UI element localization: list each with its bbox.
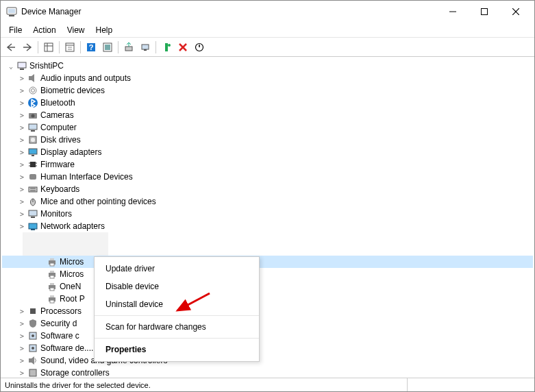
menu-file[interactable]: File	[3, 24, 27, 36]
svg-rect-59	[50, 271, 54, 273]
svg-rect-54	[31, 229, 35, 230]
expand-icon[interactable]: >	[17, 149, 27, 156]
forward-button[interactable]	[20, 40, 35, 55]
tree-item-cat-2[interactable]: >Bluetooth	[2, 97, 533, 109]
toolbar: ?	[1, 38, 534, 57]
cm-disable-device[interactable]: Disable device	[95, 278, 259, 295]
expand-icon[interactable]: >	[17, 223, 27, 230]
cm-uninstall-device[interactable]: Uninstall device	[95, 295, 259, 313]
tree-item-cat2-4[interactable]: >Sound, video and game controllers	[2, 354, 533, 367]
tree-item-label: Storage controllers	[40, 368, 110, 378]
cm-update-driver[interactable]: Update driver	[95, 260, 259, 278]
hid-icon	[27, 171, 38, 182]
expand-icon[interactable]: >	[17, 210, 27, 218]
svg-rect-46	[29, 187, 37, 192]
expand-icon[interactable]: >	[17, 161, 27, 169]
tree-item-cat-3[interactable]: >Cameras	[2, 109, 533, 121]
tree-item-printer-0[interactable]: Micros	[2, 256, 533, 268]
expand-icon[interactable]: >	[17, 198, 27, 206]
scan-hardware-button[interactable]	[138, 40, 153, 55]
svg-rect-38	[29, 149, 37, 154]
disable-device-button[interactable]	[192, 40, 207, 55]
minimize-button[interactable]	[437, 1, 469, 22]
expand-icon[interactable]: >	[17, 308, 27, 315]
svg-point-30	[32, 89, 35, 93]
tree-item-label: Cameras	[40, 110, 74, 120]
svg-rect-56	[50, 258, 54, 260]
enable-device-button[interactable]	[159, 40, 174, 55]
printer-icon	[47, 256, 58, 267]
expand-icon[interactable]: >	[17, 173, 27, 181]
svg-rect-45	[29, 174, 36, 180]
tree-item-cat2-1[interactable]: >Security d	[2, 317, 533, 330]
svg-rect-1	[9, 15, 14, 16]
tree-item-printer-2[interactable]: OneN	[2, 280, 533, 293]
tree-item-cat-1[interactable]: >Biometric devices	[2, 84, 533, 97]
speaker-icon	[27, 73, 38, 84]
expand-icon[interactable]: >	[17, 112, 27, 119]
uninstall-device-button[interactable]	[175, 40, 190, 55]
tree-item-cat-4[interactable]: >Computer	[2, 121, 533, 134]
cm-scan-hardware[interactable]: Scan for hardware changes	[95, 318, 259, 336]
tree-item-cat-10[interactable]: >Mice and other pointing devices	[2, 195, 533, 208]
tree-item-cat2-2[interactable]: >Software c	[2, 330, 533, 342]
app-icon	[6, 6, 17, 17]
expand-icon[interactable]: >	[17, 99, 27, 107]
disk-icon	[27, 134, 38, 145]
svg-rect-65	[50, 295, 54, 297]
tree-item-cat2-3[interactable]: >Software de....	[2, 342, 533, 354]
expand-icon[interactable]: >	[17, 136, 27, 144]
device-tree[interactable]: ⌄ SrishtiPC >Audio inputs and outputs>Bi…	[1, 57, 534, 379]
expand-icon[interactable]: >	[17, 345, 27, 352]
svg-rect-27	[20, 69, 24, 70]
expand-icon[interactable]: >	[17, 75, 27, 82]
display-icon	[27, 147, 38, 158]
expand-icon[interactable]: >	[17, 369, 27, 377]
expand-icon[interactable]: >	[17, 320, 27, 328]
tree-item-cat2-0[interactable]: >Processors	[2, 305, 533, 317]
tree-item-cat-12[interactable]: >Network adapters	[2, 220, 533, 232]
expand-icon[interactable]: >	[17, 87, 27, 95]
software-icon	[27, 343, 38, 354]
close-button[interactable]	[500, 1, 532, 22]
tree-item-cat-0[interactable]: >Audio inputs and outputs	[2, 72, 533, 84]
tree-item-cat-5[interactable]: >Disk drives	[2, 134, 533, 146]
svg-rect-34	[29, 124, 37, 130]
tree-item-label: Display adapters	[40, 147, 101, 157]
svg-rect-62	[50, 283, 54, 285]
svg-rect-66	[50, 300, 54, 303]
tree-root[interactable]: ⌄ SrishtiPC	[2, 60, 533, 72]
properties-button[interactable]	[62, 40, 77, 55]
help-button[interactable]: ?	[84, 40, 99, 55]
tree-item-cat-6[interactable]: >Display adapters	[2, 146, 533, 158]
storage-icon	[27, 367, 38, 378]
update-driver-button[interactable]	[121, 40, 136, 55]
expand-icon[interactable]: >	[17, 124, 27, 132]
maximize-button[interactable]	[469, 1, 500, 22]
svg-point-69	[32, 334, 34, 337]
back-button[interactable]	[3, 40, 18, 55]
tree-item-cat-11[interactable]: >Monitors	[2, 208, 533, 220]
menu-action[interactable]: Action	[27, 24, 61, 36]
printer-icon	[47, 269, 58, 280]
tree-item-cat-7[interactable]: >Firmware	[2, 158, 533, 171]
menubar: File Action View Help	[1, 23, 534, 38]
tree-item-printer-3[interactable]: Root P	[2, 293, 533, 305]
cm-properties[interactable]: Properties	[95, 341, 259, 358]
svg-rect-35	[31, 130, 35, 132]
menu-view[interactable]: View	[62, 24, 90, 36]
tree-item-cat-8[interactable]: >Human Interface Devices	[2, 171, 533, 183]
tree-item-printer-1[interactable]: Micros	[2, 268, 533, 280]
menu-help[interactable]: Help	[90, 24, 119, 36]
expand-icon[interactable]: >	[17, 332, 27, 340]
expand-icon[interactable]: ⌄	[6, 62, 16, 70]
expand-icon[interactable]: >	[17, 186, 27, 193]
tree-item-label: Human Interface Devices	[40, 172, 133, 182]
svg-text:?: ?	[89, 43, 94, 51]
expand-icon[interactable]: >	[17, 357, 27, 365]
tree-item-label: Processors	[40, 306, 82, 316]
tree-item-label: Mice and other pointing devices	[40, 197, 156, 206]
tree-item-cat-9[interactable]: >Keyboards	[2, 183, 533, 195]
show-hide-tree-button[interactable]	[41, 40, 56, 55]
action-button[interactable]	[100, 40, 115, 55]
